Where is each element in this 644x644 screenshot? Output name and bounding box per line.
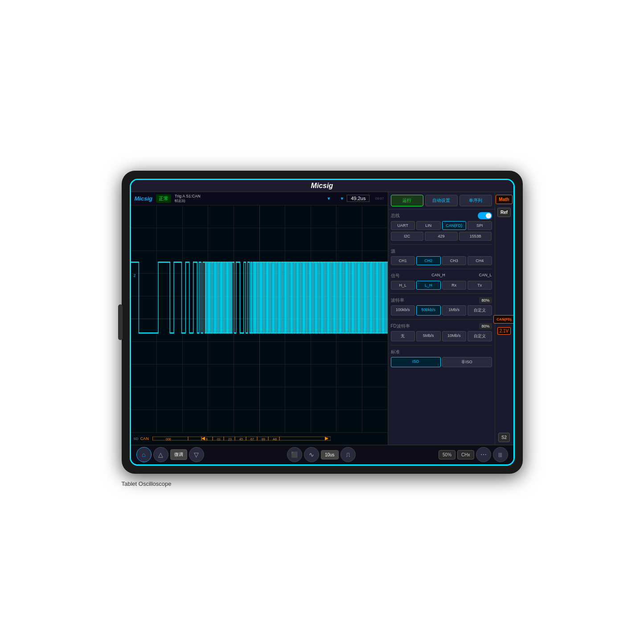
fd-none-btn[interactable]: 无: [391, 331, 415, 341]
svg-text:89: 89: [262, 438, 265, 441]
spi-btn[interactable]: SPI: [468, 221, 492, 230]
ref-label[interactable]: Ref: [497, 208, 511, 217]
svg-text:AB: AB: [273, 438, 277, 441]
settings-panel: 总线 UART LIN CAN(FD) SPI I2C: [388, 209, 495, 445]
fd-baud-header: FD波特率 80%: [391, 323, 492, 329]
source-label: 源: [391, 248, 395, 254]
wave-button[interactable]: ∿: [304, 447, 319, 462]
trig-mode: 帧起始: [175, 198, 201, 203]
can-bus-svg: 000 8 01 23 45 67 89 AB: [152, 434, 331, 443]
standard-section: 标准 ISO 非ISO: [391, 349, 492, 367]
baud-section: 波特率 80% 100kb/s 500kb/s 1Mb/s 自定义: [391, 297, 492, 316]
svg-text:000: 000: [166, 438, 171, 441]
ch3-btn[interactable]: CH3: [442, 256, 467, 265]
time-per-div[interactable]: 10us: [321, 450, 339, 459]
n429-btn[interactable]: 429: [425, 232, 458, 241]
bars-icon: |||: [499, 452, 502, 457]
can-label: CAN: [140, 436, 149, 441]
up-icon: △: [158, 451, 163, 458]
baud-100-btn[interactable]: 100kb/s: [391, 305, 415, 316]
l-h-btn[interactable]: L_H: [416, 281, 441, 290]
source-section: 源 CH1 CH2 CH3 CH4: [391, 248, 492, 265]
waveform-svg: [131, 205, 388, 432]
can-fd-btn[interactable]: CAN(FD): [442, 221, 467, 230]
status-badge: 正常: [156, 194, 171, 203]
signal-section: 信号 CAN_H CAN_L H_L L_H Rx Tx: [391, 273, 492, 290]
waveform-canvas[interactable]: 2: [131, 205, 388, 432]
mid-toolbar-group: ⬛ ∿ 10us ⎍: [287, 447, 356, 462]
time-display: ▼ ▼ 49.2us: [327, 195, 370, 202]
svg-marker-19: [201, 437, 205, 440]
n1553b-btn[interactable]: 1553B: [459, 232, 492, 241]
fd-5m-btn[interactable]: 5Mb/s: [416, 331, 441, 341]
title-bar: Micsig: [131, 180, 513, 192]
iso-btn[interactable]: ISO: [391, 357, 441, 367]
fd-baud-section: FD波特率 80% 无 5Mb/s 10Mb/s 自定义: [391, 323, 492, 341]
ch1-btn[interactable]: CH1: [391, 256, 415, 265]
baud-header: 波特率 80%: [391, 297, 492, 304]
rx-btn[interactable]: Rx: [442, 281, 467, 290]
signal-header: 信号 CAN_H CAN_L: [391, 273, 492, 279]
right-toolbar-group: 50% CHx ⋯ |||: [439, 447, 508, 462]
ch2-btn[interactable]: CH2: [416, 256, 441, 265]
time-value: 49.2us: [347, 195, 369, 202]
up-button[interactable]: △: [153, 447, 168, 462]
trig-label: Trig A S1:CAN: [175, 194, 201, 198]
auto-set-button[interactable]: 自动设置: [425, 195, 458, 206]
home-button[interactable]: ⌂: [136, 447, 152, 462]
pulse-icon: ⎍: [346, 451, 350, 458]
bus-section-header: 总线: [391, 212, 492, 219]
fd-10m-btn[interactable]: 10Mb/s: [442, 331, 467, 341]
control-buttons: 运行 自动设置 单序列: [388, 192, 495, 209]
svg-marker-20: [325, 437, 328, 440]
save-icon: ⬛: [291, 451, 298, 458]
uart-btn[interactable]: UART: [391, 221, 415, 230]
app-title: Micsig: [311, 182, 333, 189]
bus-label: 总线: [391, 213, 400, 219]
svg-text:01: 01: [217, 438, 221, 441]
time-markers: ▼ ▼: [327, 196, 345, 201]
svg-text:45: 45: [239, 438, 243, 441]
bus-type-grid: UART LIN CAN(FD) SPI: [391, 221, 492, 230]
tx-btn[interactable]: Tx: [468, 281, 492, 290]
baud-percent: 80%: [479, 297, 492, 304]
dots-button[interactable]: ⋯: [476, 447, 491, 462]
svg-text:67: 67: [250, 438, 254, 441]
trig-info: Trig A S1:CAN 帧起始: [175, 194, 201, 203]
bars-button[interactable]: |||: [493, 447, 508, 462]
single-seq-button[interactable]: 单序列: [459, 195, 492, 206]
baud-500-btn[interactable]: 500kb/s: [416, 305, 441, 316]
bus-toggle[interactable]: [478, 212, 492, 219]
signal-grid: H_L L_H Rx Tx: [391, 281, 492, 290]
fd-custom-btn[interactable]: 自定义: [468, 331, 492, 341]
bus-section: 总线 UART LIN CAN(FD) SPI I2C: [391, 212, 492, 241]
percent-button[interactable]: 50%: [439, 450, 455, 459]
run-button[interactable]: 运行: [391, 195, 423, 206]
i2c-btn[interactable]: I2C: [391, 232, 424, 241]
can-h-static: CAN_H: [431, 273, 445, 279]
standard-grid: ISO 非ISO: [391, 357, 492, 367]
down-icon: ▽: [194, 451, 199, 458]
s2-label[interactable]: S2: [498, 433, 510, 442]
source-grid: CH1 CH2 CH3 CH4: [391, 256, 492, 265]
baud-label: 波特率: [391, 297, 404, 304]
fine-adjust-button[interactable]: 微调: [170, 449, 187, 460]
save-button[interactable]: ⬛: [287, 447, 302, 462]
lin-btn[interactable]: LIN: [416, 221, 441, 230]
can-l-static: CAN_L: [479, 273, 492, 279]
h-l-btn[interactable]: H_L: [391, 281, 415, 290]
can-fd-label[interactable]: CAN(FD): [493, 315, 513, 324]
non-iso-btn[interactable]: 非ISO: [442, 357, 492, 367]
down-button[interactable]: ▽: [189, 447, 204, 462]
svg-text:23: 23: [228, 438, 232, 441]
ch4-btn[interactable]: CH4: [468, 256, 492, 265]
can-bus-row: SD CAN 000 8 01 23 45 67 89 AB: [131, 432, 388, 445]
math-label[interactable]: Math: [496, 195, 512, 204]
pulse-button[interactable]: ⎍: [340, 447, 356, 462]
baud-custom-btn[interactable]: 自定义: [468, 305, 492, 316]
side-labels: Math Ref CAN(FD) 2.1V S2: [495, 192, 513, 445]
standard-label: 标准: [391, 349, 400, 355]
fd-baud-grid: 无 5Mb/s 10Mb/s 自定义: [391, 331, 492, 341]
baud-1m-btn[interactable]: 1Mb/s: [442, 305, 467, 316]
ch-button[interactable]: CHx: [457, 450, 474, 459]
